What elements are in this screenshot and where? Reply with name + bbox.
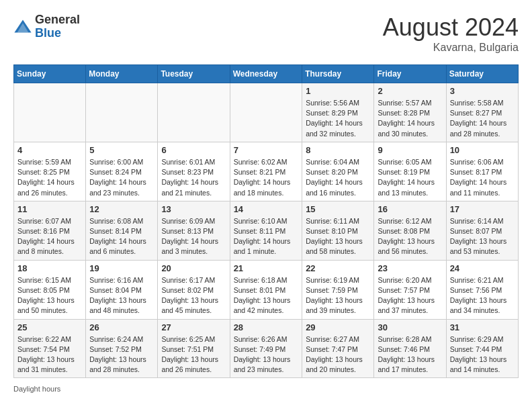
logo-icon — [13, 17, 32, 36]
day-number: 22 — [306, 263, 370, 273]
day-number: 23 — [378, 263, 442, 273]
day-number: 25 — [17, 322, 82, 332]
logo-text: General Blue — [35, 13, 80, 40]
calendar-day-cell: 21Sunrise: 6:18 AM Sunset: 8:01 PM Dayli… — [230, 260, 302, 319]
day-of-week-header: Thursday — [302, 65, 374, 83]
day-number: 19 — [89, 263, 154, 273]
calendar-week-row: 25Sunrise: 6:22 AM Sunset: 7:54 PM Dayli… — [14, 319, 519, 378]
day-info: Sunrise: 5:56 AM Sunset: 8:29 PM Dayligh… — [306, 98, 370, 139]
calendar-day-cell: 19Sunrise: 6:16 AM Sunset: 8:04 PM Dayli… — [86, 260, 158, 319]
calendar-week-row: 4Sunrise: 5:59 AM Sunset: 8:25 PM Daylig… — [14, 142, 519, 201]
day-info: Sunrise: 6:14 AM Sunset: 8:07 PM Dayligh… — [450, 216, 515, 257]
footer: Daylight hours — [13, 385, 519, 393]
day-number: 27 — [161, 322, 226, 332]
calendar-day-cell: 29Sunrise: 6:27 AM Sunset: 7:47 PM Dayli… — [302, 319, 374, 378]
day-info: Sunrise: 6:04 AM Sunset: 8:20 PM Dayligh… — [306, 157, 370, 198]
day-number: 20 — [161, 263, 226, 273]
calendar-day-cell: 1Sunrise: 5:56 AM Sunset: 8:29 PM Daylig… — [302, 83, 374, 142]
day-info: Sunrise: 6:25 AM Sunset: 7:51 PM Dayligh… — [161, 334, 226, 375]
day-number: 12 — [89, 204, 154, 214]
day-number: 16 — [378, 204, 442, 214]
logo-blue-label: Blue — [35, 27, 80, 40]
logo-general-label: General — [35, 13, 80, 27]
calendar-day-cell: 9Sunrise: 6:05 AM Sunset: 8:19 PM Daylig… — [374, 142, 446, 201]
day-of-week-header: Sunday — [14, 65, 86, 83]
day-number: 29 — [306, 322, 370, 332]
calendar-day-cell — [230, 83, 302, 142]
day-number: 4 — [17, 145, 82, 155]
day-info: Sunrise: 6:20 AM Sunset: 7:57 PM Dayligh… — [378, 275, 442, 316]
day-info: Sunrise: 5:58 AM Sunset: 8:27 PM Dayligh… — [450, 98, 515, 139]
day-number: 8 — [306, 145, 370, 155]
day-info: Sunrise: 6:02 AM Sunset: 8:21 PM Dayligh… — [234, 157, 299, 198]
day-info: Sunrise: 6:08 AM Sunset: 8:14 PM Dayligh… — [89, 216, 154, 257]
day-info: Sunrise: 6:29 AM Sunset: 7:44 PM Dayligh… — [450, 334, 515, 375]
calendar-day-cell: 22Sunrise: 6:19 AM Sunset: 7:59 PM Dayli… — [302, 260, 374, 319]
day-of-week-header: Monday — [86, 65, 158, 83]
day-number: 11 — [17, 204, 82, 214]
day-info: Sunrise: 6:24 AM Sunset: 7:52 PM Dayligh… — [89, 334, 154, 375]
calendar-day-cell: 17Sunrise: 6:14 AM Sunset: 8:07 PM Dayli… — [446, 201, 518, 260]
calendar-day-cell: 20Sunrise: 6:17 AM Sunset: 8:02 PM Dayli… — [158, 260, 230, 319]
calendar-day-cell: 14Sunrise: 6:10 AM Sunset: 8:11 PM Dayli… — [230, 201, 302, 260]
calendar-day-cell: 10Sunrise: 6:06 AM Sunset: 8:17 PM Dayli… — [446, 142, 518, 201]
calendar-day-cell: 8Sunrise: 6:04 AM Sunset: 8:20 PM Daylig… — [302, 142, 374, 201]
day-info: Sunrise: 6:00 AM Sunset: 8:24 PM Dayligh… — [89, 157, 154, 198]
day-of-week-header: Tuesday — [158, 65, 230, 83]
calendar-day-cell — [158, 83, 230, 142]
calendar-day-cell: 15Sunrise: 6:11 AM Sunset: 8:10 PM Dayli… — [302, 201, 374, 260]
day-number: 7 — [234, 145, 299, 155]
day-number: 13 — [161, 204, 226, 214]
day-info: Sunrise: 6:05 AM Sunset: 8:19 PM Dayligh… — [378, 157, 442, 198]
calendar-day-cell: 12Sunrise: 6:08 AM Sunset: 8:14 PM Dayli… — [86, 201, 158, 260]
day-info: Sunrise: 6:22 AM Sunset: 7:54 PM Dayligh… — [17, 334, 82, 375]
calendar-week-row: 1Sunrise: 5:56 AM Sunset: 8:29 PM Daylig… — [14, 83, 519, 142]
day-number: 28 — [234, 322, 299, 332]
month-year-title: August 2024 — [383, 13, 519, 42]
day-number: 1 — [306, 86, 370, 96]
day-info: Sunrise: 6:28 AM Sunset: 7:46 PM Dayligh… — [378, 334, 442, 375]
day-number: 14 — [234, 204, 299, 214]
calendar-body: 1Sunrise: 5:56 AM Sunset: 8:29 PM Daylig… — [14, 83, 519, 378]
day-info: Sunrise: 6:15 AM Sunset: 8:05 PM Dayligh… — [17, 275, 82, 316]
daylight-label: Daylight hours — [13, 385, 60, 393]
calendar-day-cell: 5Sunrise: 6:00 AM Sunset: 8:24 PM Daylig… — [86, 142, 158, 201]
calendar-day-cell: 7Sunrise: 6:02 AM Sunset: 8:21 PM Daylig… — [230, 142, 302, 201]
day-info: Sunrise: 6:26 AM Sunset: 7:49 PM Dayligh… — [234, 334, 299, 375]
day-number: 31 — [450, 322, 515, 332]
calendar-day-cell: 30Sunrise: 6:28 AM Sunset: 7:46 PM Dayli… — [374, 319, 446, 378]
day-number: 9 — [378, 145, 442, 155]
day-info: Sunrise: 6:18 AM Sunset: 8:01 PM Dayligh… — [234, 275, 299, 316]
calendar-day-cell — [14, 83, 86, 142]
day-info: Sunrise: 6:16 AM Sunset: 8:04 PM Dayligh… — [89, 275, 154, 316]
calendar-day-cell: 23Sunrise: 6:20 AM Sunset: 7:57 PM Dayli… — [374, 260, 446, 319]
calendar-day-cell: 6Sunrise: 6:01 AM Sunset: 8:23 PM Daylig… — [158, 142, 230, 201]
calendar-day-cell: 13Sunrise: 6:09 AM Sunset: 8:13 PM Dayli… — [158, 201, 230, 260]
calendar-day-cell: 4Sunrise: 5:59 AM Sunset: 8:25 PM Daylig… — [14, 142, 86, 201]
day-of-week-header: Friday — [374, 65, 446, 83]
calendar-day-cell: 18Sunrise: 6:15 AM Sunset: 8:05 PM Dayli… — [14, 260, 86, 319]
day-info: Sunrise: 6:11 AM Sunset: 8:10 PM Dayligh… — [306, 216, 370, 257]
calendar-day-cell: 25Sunrise: 6:22 AM Sunset: 7:54 PM Dayli… — [14, 319, 86, 378]
day-number: 17 — [450, 204, 515, 214]
day-number: 5 — [89, 145, 154, 155]
calendar-day-cell: 27Sunrise: 6:25 AM Sunset: 7:51 PM Dayli… — [158, 319, 230, 378]
day-number: 2 — [378, 86, 442, 96]
day-number: 26 — [89, 322, 154, 332]
day-info: Sunrise: 6:01 AM Sunset: 8:23 PM Dayligh… — [161, 157, 226, 198]
calendar-day-cell: 16Sunrise: 6:12 AM Sunset: 8:08 PM Dayli… — [374, 201, 446, 260]
title-block: August 2024 Kavarna, Bulgaria — [383, 13, 519, 54]
day-of-week-header: Saturday — [446, 65, 518, 83]
calendar-table: SundayMondayTuesdayWednesdayThursdayFrid… — [13, 64, 519, 378]
day-info: Sunrise: 6:10 AM Sunset: 8:11 PM Dayligh… — [234, 216, 299, 257]
day-info: Sunrise: 6:06 AM Sunset: 8:17 PM Dayligh… — [450, 157, 515, 198]
day-info: Sunrise: 6:27 AM Sunset: 7:47 PM Dayligh… — [306, 334, 370, 375]
calendar-week-row: 18Sunrise: 6:15 AM Sunset: 8:05 PM Dayli… — [14, 260, 519, 319]
day-number: 15 — [306, 204, 370, 214]
calendar-day-cell: 31Sunrise: 6:29 AM Sunset: 7:44 PM Dayli… — [446, 319, 518, 378]
calendar-day-cell: 2Sunrise: 5:57 AM Sunset: 8:28 PM Daylig… — [374, 83, 446, 142]
day-number: 18 — [17, 263, 82, 273]
calendar-day-cell: 11Sunrise: 6:07 AM Sunset: 8:16 PM Dayli… — [14, 201, 86, 260]
calendar-day-cell: 28Sunrise: 6:26 AM Sunset: 7:49 PM Dayli… — [230, 319, 302, 378]
page-header: General Blue August 2024 Kavarna, Bulgar… — [13, 13, 519, 54]
